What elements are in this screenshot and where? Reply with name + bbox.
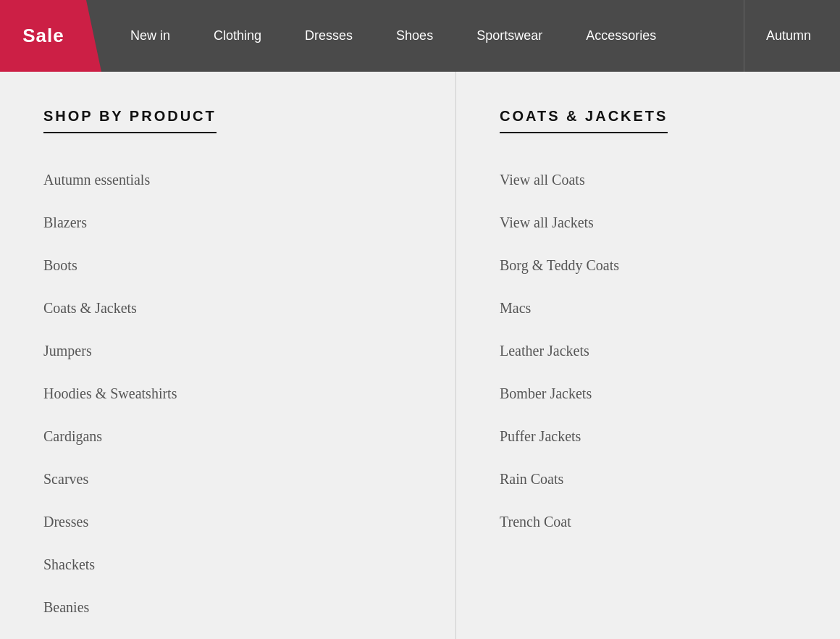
shop-by-product-link[interactable]: Dresses xyxy=(43,514,88,530)
shop-by-product-link[interactable]: Shackets xyxy=(43,556,95,572)
list-item: View all Coats xyxy=(500,159,797,201)
nav-item-new-in[interactable]: New in xyxy=(109,0,192,72)
shop-by-product-link[interactable]: Coats & Jackets xyxy=(43,300,137,316)
coats-jackets-link[interactable]: Rain Coats xyxy=(500,471,563,487)
list-item: Trench Coat xyxy=(500,501,797,543)
shop-by-product-title: SHOP BY PRODUCT xyxy=(43,108,217,133)
shop-by-product-link[interactable]: Hoodies & Sweatshirts xyxy=(43,385,177,401)
shop-by-product-list: Autumn essentialsBlazersBootsCoats & Jac… xyxy=(43,159,412,629)
coats-jackets-list: View all CoatsView all JacketsBorg & Ted… xyxy=(500,159,797,543)
nav-item-dresses[interactable]: Dresses xyxy=(283,0,374,72)
coats-jackets-title: COATS & JACKETS xyxy=(500,108,668,133)
list-item: Leather Jackets xyxy=(500,330,797,372)
shop-by-product-link[interactable]: Boots xyxy=(43,257,77,273)
list-item: Jumpers xyxy=(43,330,412,372)
left-panel: SHOP BY PRODUCT Autumn essentialsBlazers… xyxy=(0,72,456,639)
shop-by-product-link[interactable]: Blazers xyxy=(43,214,87,230)
list-item: Cardigans xyxy=(43,415,412,458)
coats-jackets-link[interactable]: Leather Jackets xyxy=(500,343,589,359)
nav-item-shoes[interactable]: Shoes xyxy=(374,0,455,72)
list-item: Bomber Jackets xyxy=(500,372,797,415)
main-content: SHOP BY PRODUCT Autumn essentialsBlazers… xyxy=(0,72,840,639)
list-item: Shackets xyxy=(43,543,412,586)
nav-item-sportswear[interactable]: Sportswear xyxy=(455,0,564,72)
coats-jackets-link[interactable]: View all Coats xyxy=(500,172,585,188)
coats-jackets-link[interactable]: Puffer Jackets xyxy=(500,428,581,444)
list-item: View all Jackets xyxy=(500,201,797,244)
sale-label: Sale xyxy=(22,25,64,47)
list-item: Macs xyxy=(500,287,797,330)
nav-item-autumn[interactable]: Autumn xyxy=(744,0,833,72)
list-item: Borg & Teddy Coats xyxy=(500,244,797,287)
shop-by-product-link[interactable]: Scarves xyxy=(43,471,88,487)
coats-jackets-link[interactable]: View all Jackets xyxy=(500,214,594,230)
shop-by-product-link[interactable]: Jumpers xyxy=(43,343,92,359)
list-item: Scarves xyxy=(43,458,412,501)
right-panel: COATS & JACKETS View all CoatsView all J… xyxy=(456,72,840,639)
shop-by-product-link[interactable]: Autumn essentials xyxy=(43,172,150,188)
coats-jackets-link[interactable]: Trench Coat xyxy=(500,514,571,530)
shop-by-product-link[interactable]: Beanies xyxy=(43,599,89,615)
list-item: Blazers xyxy=(43,201,412,244)
list-item: Boots xyxy=(43,244,412,287)
list-item: Beanies xyxy=(43,586,412,629)
shop-by-product-link[interactable]: Cardigans xyxy=(43,428,102,444)
nav-item-accessories[interactable]: Accessories xyxy=(564,0,678,72)
list-item: Rain Coats xyxy=(500,458,797,501)
navbar: Sale New inClothingDressesShoesSportswea… xyxy=(0,0,840,72)
nav-item-clothing[interactable]: Clothing xyxy=(192,0,283,72)
list-item: Coats & Jackets xyxy=(43,287,412,330)
nav-items: New inClothingDressesShoesSportswearAcce… xyxy=(101,0,840,72)
list-item: Autumn essentials xyxy=(43,159,412,201)
list-item: Dresses xyxy=(43,501,412,543)
list-item: Puffer Jackets xyxy=(500,415,797,458)
coats-jackets-link[interactable]: Bomber Jackets xyxy=(500,385,592,401)
coats-jackets-link[interactable]: Borg & Teddy Coats xyxy=(500,257,619,273)
coats-jackets-link[interactable]: Macs xyxy=(500,300,531,316)
list-item: Hoodies & Sweatshirts xyxy=(43,372,412,415)
sale-tab[interactable]: Sale xyxy=(0,0,101,72)
